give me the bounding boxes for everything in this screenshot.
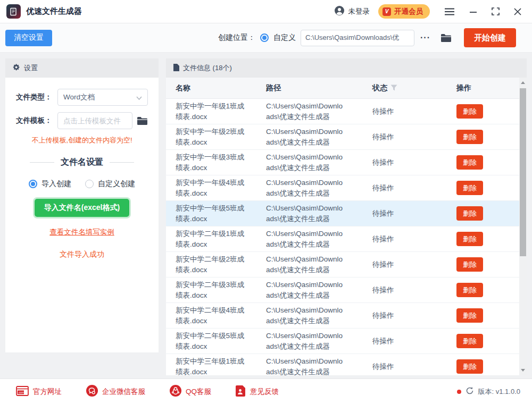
- table-row[interactable]: 新安中学一年级3班成绩表.docxC:\Users\Qasim\Download…: [166, 150, 519, 175]
- table-row[interactable]: 新安中学二年级4班成绩表.docxC:\Users\Qasim\Download…: [166, 303, 519, 329]
- no-template-warning: 不上传模板,创建的文件内容为空!: [16, 136, 148, 145]
- file-action-cell: 删除: [456, 104, 519, 119]
- delete-button[interactable]: 删除: [456, 155, 483, 170]
- settings-panel-title: 设置: [24, 63, 38, 73]
- delete-button[interactable]: 删除: [456, 206, 483, 221]
- login-status: 未登录: [348, 7, 370, 16]
- table-row[interactable]: 新安中学二年级3班成绩表.docxC:\Users\Qasim\Download…: [166, 277, 519, 303]
- template-upload-input[interactable]: [57, 112, 132, 129]
- file-status-cell: 待操作: [372, 336, 456, 346]
- table-row[interactable]: 新安中学一年级4班成绩表.docxC:\Users\Qasim\Download…: [166, 175, 519, 201]
- file-action-cell: 删除: [456, 334, 519, 348]
- delete-button[interactable]: 删除: [456, 334, 483, 348]
- file-status-cell: 待操作: [372, 209, 456, 218]
- custom-location-radio[interactable]: [260, 33, 269, 42]
- column-header-path: 路径: [266, 83, 372, 93]
- user-avatar-icon: [334, 5, 345, 18]
- import-create-radio[interactable]: [29, 180, 37, 188]
- delete-button[interactable]: 删除: [456, 308, 483, 323]
- close-button[interactable]: [514, 8, 521, 15]
- table-header: 名称 路径 状态 操作: [166, 78, 527, 99]
- scroll-up-icon[interactable]: [521, 81, 525, 84]
- vip-icon: V: [383, 7, 391, 16]
- custom-create-radio[interactable]: [85, 180, 94, 188]
- delete-button[interactable]: 删除: [456, 359, 483, 374]
- table-scrollbar[interactable]: [519, 78, 527, 375]
- custom-location-label: 自定义: [273, 33, 296, 43]
- refresh-icon[interactable]: [466, 386, 474, 397]
- feedback-icon: [236, 385, 246, 398]
- delete-button[interactable]: 删除: [456, 283, 483, 297]
- vip-button[interactable]: V 开通会员: [378, 4, 430, 19]
- minimize-button[interactable]: [469, 8, 477, 15]
- gear-icon: [12, 63, 20, 73]
- settings-panel: 设置 文件类型： Word文档 文件模板： 不上传模板,创建的文件内容为空! 文…: [5, 58, 159, 352]
- scrollbar-thumb[interactable]: [520, 88, 526, 256]
- file-info-title: 文件信息 (18个): [183, 63, 232, 73]
- table-row[interactable]: 新安中学一年级2班成绩表.docxC:\Users\Qasim\Download…: [166, 124, 519, 150]
- file-name-cell: 新安中学一年级3班成绩表.docx: [176, 152, 250, 173]
- scroll-down-icon[interactable]: [521, 369, 525, 372]
- table-row[interactable]: 新安中学一年级1班成绩表.docxC:\Users\Qasim\Download…: [166, 99, 519, 124]
- create-location-label: 创建位置：: [218, 33, 255, 43]
- file-type-select[interactable]: Word文档: [57, 89, 148, 106]
- file-name-cell: 新安中学一年级4班成绩表.docx: [176, 178, 250, 199]
- chevron-down-icon: [136, 92, 142, 102]
- file-status-cell: 待操作: [372, 183, 456, 193]
- file-status-cell: 待操作: [372, 362, 456, 372]
- open-folder-icon[interactable]: [440, 33, 452, 43]
- import-success-message: 文件导入成功: [16, 250, 148, 259]
- filename-settings-title: 文件名设置: [61, 157, 103, 168]
- column-header-status: 状态: [372, 83, 387, 93]
- filter-icon[interactable]: [390, 84, 397, 92]
- location-path-input[interactable]: [301, 30, 414, 46]
- column-header-name: 名称: [176, 83, 266, 93]
- table-row[interactable]: 新安中学二年级2班成绩表.docxC:\Users\Qasim\Download…: [166, 252, 519, 277]
- table-row[interactable]: 新安中学三年级1班成绩表.docxC:\Users\Qasim\Download…: [166, 354, 519, 375]
- file-status-cell: 待操作: [372, 311, 456, 321]
- table-row[interactable]: 新安中学二年级1班成绩表.docxC:\Users\Qasim\Download…: [166, 226, 519, 252]
- browse-more-button[interactable]: ···: [419, 33, 431, 43]
- file-action-cell: 删除: [456, 232, 519, 246]
- table-row[interactable]: 新安中学一年级5班成绩表.docxC:\Users\Qasim\Download…: [166, 201, 519, 226]
- menu-button[interactable]: [444, 8, 455, 15]
- file-name-cell: 新安中学二年级3班成绩表.docx: [176, 280, 250, 301]
- maximize-button[interactable]: [492, 7, 500, 15]
- file-status-cell: 待操作: [372, 285, 456, 295]
- file-action-cell: 删除: [456, 130, 519, 144]
- feedback-link[interactable]: 意见反馈: [236, 385, 279, 398]
- delete-button[interactable]: 删除: [456, 257, 483, 272]
- svg-text:.com: .com: [18, 391, 24, 394]
- file-action-cell: 删除: [456, 257, 519, 272]
- clear-settings-button[interactable]: 清空设置: [5, 30, 52, 46]
- file-info-panel: 文件信息 (18个) 名称 路径 状态 操作 新安中学一年级1班成绩表.docx…: [166, 58, 527, 375]
- file-path-cell: C:\Users\Qasim\Downloads\优速文件生成器: [266, 356, 346, 376]
- official-website-link[interactable]: .com 官方网址: [16, 386, 62, 398]
- file-name-cell: 新安中学二年级4班成绩表.docx: [176, 305, 250, 326]
- vip-button-label: 开通会员: [394, 7, 423, 16]
- delete-button[interactable]: 删除: [456, 232, 483, 246]
- file-status-cell: 待操作: [372, 107, 456, 116]
- template-folder-icon[interactable]: [137, 116, 148, 125]
- delete-button[interactable]: 删除: [456, 130, 483, 144]
- qq-service-link[interactable]: QQ客服: [170, 385, 211, 398]
- file-action-cell: 删除: [456, 283, 519, 297]
- template-label: 文件模板：: [16, 116, 57, 125]
- file-status-cell: 待操作: [372, 260, 456, 270]
- website-icon: .com: [16, 386, 29, 398]
- filename-example-link[interactable]: 查看文件名填写实例: [16, 228, 148, 237]
- file-name-cell: 新安中学一年级2班成绩表.docx: [176, 127, 250, 148]
- file-name-cell: 新安中学一年级5班成绩表.docx: [176, 203, 250, 224]
- import-filenames-button[interactable]: 导入文件名(excel格式): [35, 199, 129, 217]
- file-status-cell: 待操作: [372, 158, 456, 167]
- login-area[interactable]: 未登录: [334, 5, 370, 18]
- delete-button[interactable]: 删除: [456, 181, 483, 195]
- wechat-service-link[interactable]: 企业微信客服: [86, 385, 145, 398]
- table-row[interactable]: 新安中学二年级5班成绩表.docxC:\Users\Qasim\Download…: [166, 329, 519, 354]
- delete-button[interactable]: 删除: [456, 104, 483, 119]
- file-type-value: Word文档: [63, 92, 95, 102]
- settings-panel-header: 设置: [5, 58, 159, 78]
- start-create-button[interactable]: 开始创建: [464, 28, 516, 47]
- file-type-label: 文件类型：: [16, 92, 57, 102]
- footer-bar: .com 官方网址 企业微信客服 QQ客服 意见反馈 版本: v1: [0, 378, 532, 404]
